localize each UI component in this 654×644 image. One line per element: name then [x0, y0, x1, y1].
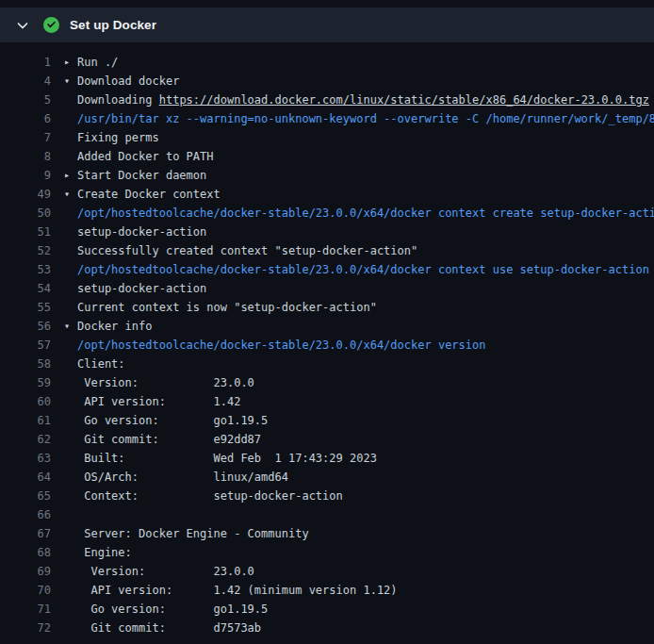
- log-line: 8Added Docker to PATH: [0, 147, 654, 166]
- log-text: Go version: go1.19.5: [77, 603, 268, 616]
- log-line: 6/usr/bin/tar xz --warning=no-unknown-ke…: [0, 109, 654, 128]
- line-content: [64, 505, 77, 524]
- log-text: Docker info: [77, 320, 152, 333]
- line-content: Current context is now "setup-docker-act…: [64, 298, 377, 317]
- line-number[interactable]: 68: [0, 543, 51, 562]
- log-command-text: /opt/hostedtoolcache/docker-stable/23.0.…: [77, 263, 649, 276]
- log-text: Server: Docker Engine - Community: [77, 527, 309, 540]
- line-number[interactable]: 69: [0, 562, 51, 581]
- log-line: 54setup-docker-action: [0, 279, 654, 298]
- line-content: /usr/bin/tar xz --warning=no-unknown-key…: [64, 109, 654, 128]
- log-line: 51setup-docker-action: [0, 223, 654, 241]
- line-number[interactable]: 55: [0, 298, 51, 317]
- line-number[interactable]: 56: [0, 317, 51, 336]
- line-content: API version: 1.42 (minimum version 1.12): [64, 581, 398, 600]
- log-text: Engine:: [77, 546, 132, 559]
- log-line: 65 Context: setup-docker-action: [0, 487, 654, 505]
- group-collapsed-icon[interactable]: ▸: [64, 166, 70, 185]
- line-number[interactable]: 71: [0, 600, 51, 619]
- log-line: 71 Go version: go1.19.5: [0, 600, 654, 619]
- line-content: Server: Docker Engine - Community: [64, 524, 309, 543]
- line-content: Git commit: e92dd87: [64, 430, 261, 449]
- log-line: 58Client:: [0, 355, 654, 373]
- line-number[interactable]: 52: [0, 241, 51, 260]
- log-text: Create Docker context: [77, 188, 221, 201]
- chevron-down-icon[interactable]: [15, 18, 30, 33]
- line-number[interactable]: 65: [0, 487, 51, 505]
- line-number[interactable]: 63: [0, 449, 51, 468]
- line-content: Fixing perms: [64, 128, 159, 147]
- log-text: Start Docker daemon: [77, 169, 206, 182]
- log-command-text: /opt/hostedtoolcache/docker-stable/23.0.…: [77, 206, 654, 220]
- line-content: Client:: [64, 355, 125, 373]
- log-container: 1▸Run ./4▾Download docker5Downloading ht…: [0, 42, 654, 637]
- line-number[interactable]: 58: [0, 355, 51, 373]
- line-number[interactable]: 51: [0, 223, 51, 241]
- group-expanded-icon[interactable]: ▾: [64, 72, 70, 91]
- line-content: Added Docker to PATH: [64, 147, 214, 166]
- line-content: Built: Wed Feb 1 17:43:29 2023: [64, 449, 377, 468]
- line-number[interactable]: 9: [0, 166, 51, 185]
- log-text: Version: 23.0.0: [77, 376, 254, 389]
- line-content: Context: setup-docker-action: [64, 487, 343, 505]
- group-expanded-icon[interactable]: ▾: [64, 185, 70, 204]
- line-number[interactable]: 60: [0, 392, 51, 411]
- line-number[interactable]: 64: [0, 468, 51, 487]
- step-header-set-up-docker[interactable]: Set up Docker: [0, 8, 654, 42]
- log-text: Client:: [77, 357, 125, 371]
- line-number[interactable]: 7: [0, 128, 51, 147]
- log-group-row[interactable]: 1▸Run ./: [0, 53, 654, 72]
- log-text: Run ./: [77, 56, 118, 69]
- group-collapsed-icon[interactable]: ▸: [64, 53, 70, 72]
- log-text: API version: 1.42: [77, 395, 240, 408]
- log-line: 61 Go version: go1.19.5: [0, 411, 654, 430]
- group-expanded-icon[interactable]: ▾: [64, 317, 70, 336]
- line-content: Go version: go1.19.5: [64, 411, 268, 430]
- line-content: /opt/hostedtoolcache/docker-stable/23.0.…: [64, 260, 649, 279]
- line-number[interactable]: 4: [0, 72, 51, 91]
- line-number[interactable]: 5: [0, 91, 51, 109]
- log-text: Git commit: e92dd87: [77, 433, 261, 446]
- log-text: Successfully created context "setup-dock…: [77, 244, 417, 257]
- log-line: 5Downloading https://download.docker.com…: [0, 91, 654, 109]
- line-number[interactable]: 72: [0, 619, 51, 637]
- line-content: Git commit: d7573ab: [64, 619, 261, 637]
- log-text: Git commit: d7573ab: [77, 621, 261, 635]
- step-log-panel: Set up Docker 1▸Run ./4▾Download docker5…: [0, 8, 654, 637]
- log-line: 70 API version: 1.42 (minimum version 1.…: [0, 581, 654, 600]
- log-link[interactable]: https://download.docker.com/linux/static…: [159, 93, 649, 107]
- line-content: Version: 23.0.0: [64, 373, 254, 392]
- log-group-row[interactable]: 4▾Download docker: [0, 72, 654, 91]
- log-line: 67 Server: Docker Engine - Community: [0, 524, 654, 543]
- line-number[interactable]: 67: [0, 524, 51, 543]
- line-number[interactable]: 53: [0, 260, 51, 279]
- line-number[interactable]: 66: [0, 505, 51, 524]
- log-group-row[interactable]: 9▸Start Docker daemon: [0, 166, 654, 185]
- log-group-row[interactable]: 56▾Docker info: [0, 317, 654, 336]
- line-content: /opt/hostedtoolcache/docker-stable/23.0.…: [64, 336, 485, 355]
- line-number[interactable]: 6: [0, 109, 51, 128]
- log-line: 52Successfully created context "setup-do…: [0, 241, 654, 260]
- log-text: API version: 1.42 (minimum version 1.12): [77, 584, 398, 597]
- log-line: 68 Engine:: [0, 543, 654, 562]
- line-content: ▾Docker info: [64, 317, 152, 336]
- line-content: setup-docker-action: [64, 279, 206, 298]
- log-group-row[interactable]: 49▾Create Docker context: [0, 185, 654, 204]
- log-line: 69 Version: 23.0.0: [0, 562, 654, 581]
- log-text: Added Docker to PATH: [77, 150, 214, 163]
- line-number[interactable]: 70: [0, 581, 51, 600]
- line-number[interactable]: 59: [0, 373, 51, 392]
- line-number[interactable]: 50: [0, 204, 51, 223]
- line-number[interactable]: 1: [0, 53, 51, 72]
- line-number[interactable]: 57: [0, 336, 51, 355]
- line-content: ▾Download docker: [64, 72, 179, 91]
- line-number[interactable]: 61: [0, 411, 51, 430]
- line-number[interactable]: 62: [0, 430, 51, 449]
- log-line: 64 OS/Arch: linux/amd64: [0, 468, 654, 487]
- log-text: Go version: go1.19.5: [77, 414, 268, 427]
- line-number[interactable]: 8: [0, 147, 51, 166]
- line-number[interactable]: 54: [0, 279, 51, 298]
- log-line: 7Fixing perms: [0, 128, 654, 147]
- log-line: 55Current context is now "setup-docker-a…: [0, 298, 654, 317]
- line-number[interactable]: 49: [0, 185, 51, 204]
